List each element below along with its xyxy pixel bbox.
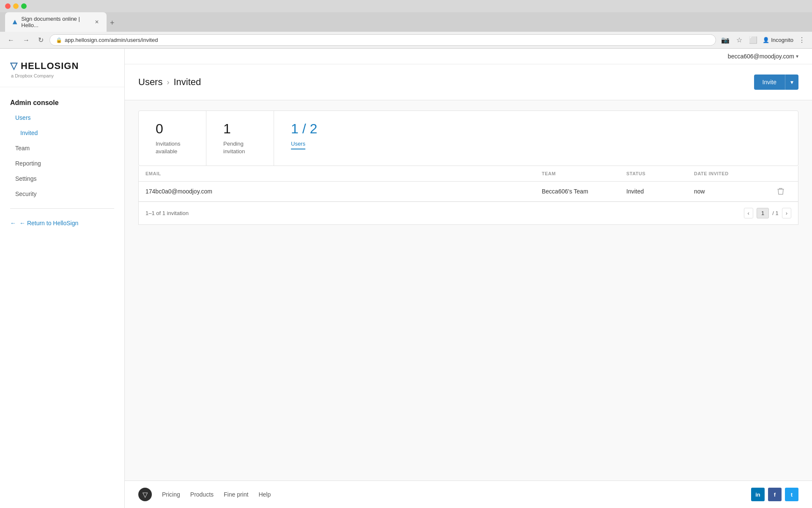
pagination-info: 1–1 of 1 invitation xyxy=(145,210,189,216)
pagination-controls: ‹ 1 / 1 › xyxy=(744,208,791,218)
user-email-display: becca606@moodjoy.com xyxy=(728,53,794,60)
tab-title: Sign documents online | Hello... xyxy=(21,16,90,28)
extensions-icon[interactable]: ⬜ xyxy=(747,34,759,46)
facebook-button[interactable]: f xyxy=(768,488,782,501)
sidebar-item-invited[interactable]: Invited xyxy=(0,125,124,141)
next-page-button[interactable]: › xyxy=(782,208,791,218)
user-avatar-button[interactable]: 👤 Incognito xyxy=(763,37,793,43)
invite-button-group: Invite ▾ xyxy=(754,75,798,90)
current-page-display[interactable]: 1 xyxy=(757,208,769,218)
table-header-row: EMAIL TEAM STATUS DATE INVITED xyxy=(139,166,798,182)
sidebar-item-settings[interactable]: Settings xyxy=(0,171,124,186)
cell-email: 174bc0a0@moodjoy.com xyxy=(145,188,542,195)
sidebar-item-security[interactable]: Security xyxy=(0,186,124,202)
previous-page-button[interactable]: ‹ xyxy=(744,208,753,218)
lock-icon: 🔒 xyxy=(56,37,62,43)
footer-link-products[interactable]: Products xyxy=(190,491,214,498)
admin-console-title: Admin console xyxy=(0,96,124,110)
breadcrumb-parent[interactable]: Users xyxy=(138,77,162,88)
cell-date-invited: now xyxy=(694,188,770,195)
maximize-dot[interactable] xyxy=(21,3,27,9)
stat-label-users: Users xyxy=(291,140,305,149)
table-row: 174bc0a0@moodjoy.com Becca606's Team Inv… xyxy=(139,182,798,202)
twitter-button[interactable]: t xyxy=(785,488,798,501)
footer-left: ▽ Pricing Products Fine print Help xyxy=(138,488,271,501)
column-header-actions xyxy=(770,171,791,176)
page-header: Users › Invited Invite ▾ xyxy=(125,64,812,100)
breadcrumb-separator: › xyxy=(167,78,169,87)
footer-logo-icon: ▽ xyxy=(138,488,152,501)
back-button[interactable]: ← xyxy=(5,35,17,46)
address-bar[interactable]: 🔒 app.hellosign.com/admin/users/invited xyxy=(49,34,716,46)
footer-link-fine-print[interactable]: Fine print xyxy=(224,491,248,498)
column-header-status: STATUS xyxy=(626,171,694,176)
back-arrow-icon: ← xyxy=(10,220,16,226)
back-label: ← Return to HelloSign xyxy=(19,220,78,226)
camera-off-icon[interactable]: 📷 xyxy=(719,34,731,46)
total-pages-display: / 1 xyxy=(772,210,778,216)
stats-row: 0 Invitationsavailable 1 Pendinginvitati… xyxy=(138,110,798,166)
stat-pending-invitation: 1 Pendinginvitation xyxy=(206,111,274,166)
sidebar-item-reporting[interactable]: Reporting xyxy=(0,156,124,171)
sidebar-item-users[interactable]: Users xyxy=(0,110,124,125)
invite-dropdown-button[interactable]: ▾ xyxy=(785,75,798,90)
logo-container: ▽ HELLOSIGN a Dropbox Company xyxy=(10,61,114,78)
tab-close-button[interactable]: ✕ xyxy=(94,19,100,25)
logo-subtitle: a Dropbox Company xyxy=(11,73,114,78)
dropdown-arrow-icon: ▾ xyxy=(796,53,798,59)
toolbar-actions: 📷 ☆ ⬜ 👤 Incognito ⋮ xyxy=(719,34,807,46)
forward-button[interactable]: → xyxy=(20,35,32,46)
sidebar-divider xyxy=(10,208,114,209)
stat-number-users: 1 / 2 xyxy=(291,121,325,137)
footer-link-help[interactable]: Help xyxy=(258,491,271,498)
logo-top: ▽ HELLOSIGN xyxy=(10,61,114,72)
browser-titlebar xyxy=(0,0,812,12)
logo-chevron-icon: ▽ xyxy=(10,61,17,72)
footer: ▽ Pricing Products Fine print Help in f … xyxy=(125,480,812,508)
browser-chrome: Sign documents online | Hello... ✕ + ← →… xyxy=(0,0,812,49)
content-spacer xyxy=(125,225,812,480)
stat-label-invitations: Invitationsavailable xyxy=(156,140,189,155)
breadcrumb: Users › Invited xyxy=(138,77,201,88)
sidebar-nav: Admin console Users Invited Team Reporti… xyxy=(0,87,124,508)
stat-users[interactable]: 1 / 2 Users xyxy=(274,111,342,166)
stat-number-pending: 1 xyxy=(223,121,257,137)
more-options-button[interactable]: ⋮ xyxy=(797,34,807,46)
app-layout: ▽ HELLOSIGN a Dropbox Company Admin cons… xyxy=(0,49,812,508)
pagination-bar: 1–1 of 1 invitation ‹ 1 / 1 › xyxy=(138,202,798,225)
return-to-hellosign-link[interactable]: ← ← Return to HelloSign xyxy=(0,215,124,231)
sidebar-item-team[interactable]: Team xyxy=(0,141,124,156)
delete-row-button[interactable] xyxy=(770,188,791,195)
sidebar-logo-area: ▽ HELLOSIGN a Dropbox Company xyxy=(0,49,124,87)
user-avatar-icon: 👤 xyxy=(763,37,769,43)
invite-dropdown-arrow-icon: ▾ xyxy=(790,79,793,86)
column-header-date-invited: DATE INVITED xyxy=(694,171,770,176)
new-tab-button[interactable]: + xyxy=(107,15,118,31)
main-content: becca606@moodjoy.com ▾ Users › Invited I… xyxy=(125,49,812,508)
user-email-dropdown[interactable]: becca606@moodjoy.com ▾ xyxy=(728,53,798,60)
top-user-bar: becca606@moodjoy.com ▾ xyxy=(125,49,812,64)
footer-link-pricing[interactable]: Pricing xyxy=(162,491,180,498)
cell-team: Becca606's Team xyxy=(542,188,626,195)
window-controls xyxy=(5,3,27,9)
stat-label-pending: Pendinginvitation xyxy=(223,140,257,155)
active-tab[interactable]: Sign documents online | Hello... ✕ xyxy=(5,12,107,32)
column-header-team: TEAM xyxy=(542,171,626,176)
bookmark-icon[interactable]: ☆ xyxy=(735,34,744,46)
minimize-dot[interactable] xyxy=(13,3,19,9)
invite-button[interactable]: Invite xyxy=(754,75,785,90)
user-profile-label: Incognito xyxy=(771,37,793,43)
tab-favicon xyxy=(12,19,18,25)
svg-marker-0 xyxy=(13,20,17,25)
stat-number-invitations: 0 xyxy=(156,121,189,137)
tab-bar: Sign documents online | Hello... ✕ + xyxy=(0,12,812,32)
close-dot[interactable] xyxy=(5,3,11,9)
sidebar: ▽ HELLOSIGN a Dropbox Company Admin cons… xyxy=(0,49,125,508)
linkedin-button[interactable]: in xyxy=(751,488,765,501)
stat-invitations-available: 0 Invitationsavailable xyxy=(139,111,206,166)
breadcrumb-current: Invited xyxy=(173,77,201,88)
url-display: app.hellosign.com/admin/users/invited xyxy=(65,37,158,43)
reload-button[interactable]: ↻ xyxy=(36,34,46,46)
column-header-email: EMAIL xyxy=(145,171,542,176)
cell-status: Invited xyxy=(626,188,694,195)
